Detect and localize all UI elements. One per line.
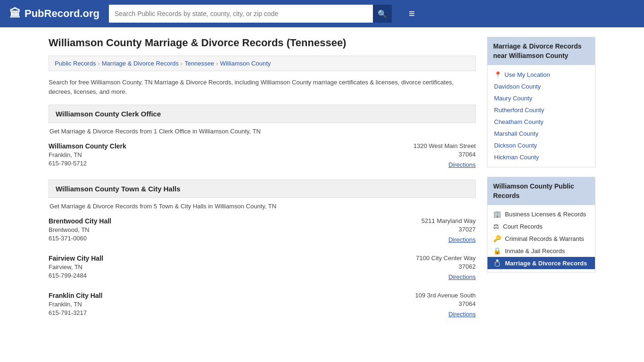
clerk-directions[interactable]: Directions (448, 161, 476, 168)
section-desc-clerk: Get Marriage & Divorce Records from 1 Cl… (49, 128, 476, 135)
court-icon: ⚖ (493, 222, 499, 230)
record-left-brentwood: Brentwood City Hall Brentwood, TN 615-37… (49, 217, 381, 243)
search-input[interactable] (109, 5, 373, 23)
marriage-link[interactable]: Marriage & Divorce Records (505, 260, 587, 267)
sidebar-item-cheatham[interactable]: Cheatham County (487, 116, 595, 128)
record-entry-fairview: Fairview City Hall Fairview, TN 615-799-… (49, 255, 476, 282)
inmate-icon: 🔒 (493, 247, 501, 255)
fairview-address: 7100 City Center Way (381, 255, 476, 262)
location-pin-icon: 📍 (494, 71, 502, 78)
record-right-franklin: 109 3rd Avenue South 37064 Directions (381, 292, 476, 318)
search-icon: 🔍 (378, 9, 387, 18)
brentwood-city: Brentwood, TN (49, 226, 381, 233)
record-right-fairview: 7100 City Center Way 37062 Directions (381, 255, 476, 280)
section-header-halls: Williamson County Town & City Halls (49, 180, 476, 198)
fairview-phone: 615-799-2484 (49, 272, 381, 279)
marriage-icon: 💍 (493, 259, 501, 267)
logo-text: PubRecord.org (25, 8, 99, 20)
franklin-phone: 615-791-3217 (49, 309, 381, 316)
fairview-name: Fairview City Hall (49, 255, 381, 262)
sidebar: Marriage & Divorce Records near Williams… (487, 37, 595, 329)
breadcrumb-marriage-divorce[interactable]: Marriage & Divorce Records (102, 60, 179, 67)
section-desc-halls: Get Marriage & Divorce Records from 5 To… (49, 203, 476, 210)
logo[interactable]: 🏛 PubRecord.org (9, 7, 99, 20)
use-location-link[interactable]: Use My Location (504, 71, 550, 78)
brentwood-zip: 37027 (381, 226, 476, 233)
breadcrumb-tennessee[interactable]: Tennessee (184, 60, 214, 67)
sidebar-item-marshall[interactable]: Marshall County (487, 128, 595, 140)
logo-icon: 🏛 (9, 7, 21, 20)
breadcrumb-sep-2: › (181, 60, 182, 67)
menu-button[interactable]: ≡ (405, 6, 419, 22)
sidebar-records-criminal[interactable]: 🔑 Criminal Records & Warrants (487, 232, 595, 245)
inmate-link[interactable]: Inmate & Jail Records (505, 247, 565, 255)
breadcrumb-public-records[interactable]: Public Records (55, 60, 96, 67)
brentwood-phone: 615-371-0060 (49, 235, 381, 242)
criminal-icon: 🔑 (493, 235, 501, 242)
clerk-name: Williamson County Clerk (49, 142, 381, 150)
clerk-phone: 615-790-5712 (49, 160, 381, 167)
sidebar-records-title: Williamson County Public Records (487, 177, 595, 205)
site-header: 🏛 PubRecord.org 🔍 ≡ (0, 0, 644, 27)
franklin-zip: 37064 (381, 300, 476, 307)
clerk-city: Franklin, TN (49, 151, 381, 158)
sidebar-nearby-box: Marriage & Divorce Records near Williams… (487, 37, 595, 167)
sidebar-item-hickman[interactable]: Hickman County (487, 151, 595, 163)
record-entry-franklin: Franklin City Hall Franklin, TN 615-791-… (49, 292, 476, 320)
sidebar-use-location[interactable]: 📍 Use My Location (487, 69, 595, 81)
brentwood-directions[interactable]: Directions (448, 236, 476, 243)
brentwood-name: Brentwood City Hall (49, 217, 381, 225)
breadcrumb-sep-1: › (98, 60, 99, 67)
record-left-clerk: Williamson County Clerk Franklin, TN 615… (49, 142, 381, 168)
sidebar-records-list: 🏢 Business Licenses & Records ⚖ Court Re… (487, 205, 595, 272)
fairview-directions[interactable]: Directions (448, 273, 476, 280)
record-right-clerk: 1320 West Main Street 37064 Directions (381, 142, 476, 168)
franklin-name: Franklin City Hall (49, 292, 381, 299)
sidebar-nearby-list: 📍 Use My Location Davidson County Maury … (487, 65, 595, 167)
clerk-zip: 37064 (381, 151, 476, 158)
court-link[interactable]: Court Records (503, 223, 543, 230)
brentwood-address: 5211 Maryland Way (381, 217, 476, 224)
record-entry-clerk: Williamson County Clerk Franklin, TN 615… (49, 142, 476, 170)
criminal-link[interactable]: Criminal Records & Warrants (505, 235, 584, 242)
sidebar-item-maury[interactable]: Maury County (487, 92, 595, 104)
sidebar-item-rutherford[interactable]: Rutherford County (487, 104, 595, 116)
fairview-zip: 37062 (381, 263, 476, 270)
sidebar-records-inmate[interactable]: 🔒 Inmate & Jail Records (487, 245, 595, 257)
record-left-franklin: Franklin City Hall Franklin, TN 615-791-… (49, 292, 381, 318)
breadcrumb-williamson-county[interactable]: Williamson County (220, 60, 271, 67)
business-icon: 🏢 (493, 210, 501, 218)
search-area: 🔍 (109, 5, 392, 23)
search-button[interactable]: 🔍 (373, 5, 392, 23)
content-area: Williamson County Marriage & Divorce Rec… (49, 37, 476, 329)
franklin-address: 109 3rd Avenue South (381, 292, 476, 299)
sidebar-records-court[interactable]: ⚖ Court Records (487, 220, 595, 232)
sidebar-item-davidson[interactable]: Davidson County (487, 81, 595, 92)
record-left-fairview: Fairview City Hall Fairview, TN 615-799-… (49, 255, 381, 280)
fairview-city: Fairview, TN (49, 263, 381, 271)
business-link[interactable]: Business Licenses & Records (505, 211, 586, 218)
clerk-address: 1320 West Main Street (381, 142, 476, 149)
record-right-brentwood: 5211 Maryland Way 37027 Directions (381, 217, 476, 243)
sidebar-records-business[interactable]: 🏢 Business Licenses & Records (487, 208, 595, 220)
sidebar-records-marriage[interactable]: 💍 Marriage & Divorce Records (487, 257, 595, 269)
record-entry-brentwood: Brentwood City Hall Brentwood, TN 615-37… (49, 217, 476, 245)
franklin-directions[interactable]: Directions (448, 311, 476, 318)
sidebar-item-dickson[interactable]: Dickson County (487, 140, 595, 151)
breadcrumb-sep-3: › (216, 60, 218, 67)
page-description: Search for free Williamson County, TN Ma… (49, 78, 476, 96)
page-title: Williamson County Marriage & Divorce Rec… (49, 37, 476, 49)
sidebar-records-box: Williamson County Public Records 🏢 Busin… (487, 177, 595, 272)
hamburger-icon: ≡ (409, 8, 415, 19)
breadcrumb: Public Records › Marriage & Divorce Reco… (49, 56, 476, 71)
section-header-clerk: Williamson County Clerk Office (49, 105, 476, 123)
main-container: Williamson County Marriage & Divorce Rec… (39, 27, 605, 338)
franklin-city: Franklin, TN (49, 301, 381, 308)
sidebar-nearby-title: Marriage & Divorce Records near Williams… (487, 37, 595, 65)
